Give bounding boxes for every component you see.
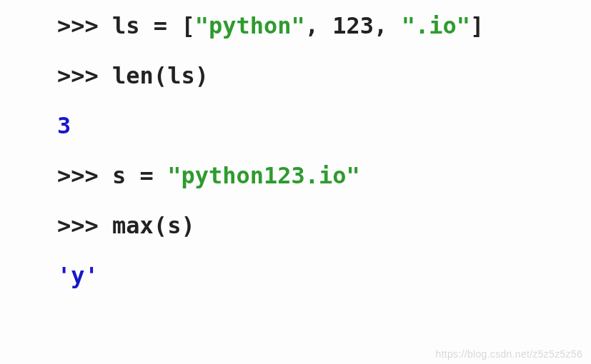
function-call: len(ls) <box>112 62 209 89</box>
equals-sign: = <box>140 12 182 39</box>
code-line-3: >>> s = "python123.io" <box>57 164 591 187</box>
repl-prompt: >>> <box>57 212 112 239</box>
output-line-1: 3 <box>57 114 591 137</box>
string-literal: "python" <box>195 12 305 39</box>
watermark-text: https://blog.csdn.net/z5z5z5z56 <box>436 348 582 360</box>
output-value: 'y' <box>57 262 99 289</box>
number-literal: 123 <box>332 12 374 39</box>
variable-name: s <box>112 162 126 189</box>
repl-prompt: >>> <box>57 12 112 39</box>
output-line-2: 'y' <box>57 264 591 287</box>
variable-name: ls <box>112 12 140 39</box>
bracket-close: ] <box>470 12 484 39</box>
output-value: 3 <box>57 112 71 139</box>
equals-sign: = <box>126 162 167 189</box>
string-literal: ".io" <box>402 12 470 39</box>
code-line-1: >>> ls = ["python", 123, ".io"] <box>57 14 591 37</box>
comma: , <box>374 12 402 39</box>
string-literal: "python123.io" <box>167 162 360 189</box>
python-repl: >>> ls = ["python", 123, ".io"] >>> len(… <box>0 0 591 287</box>
repl-prompt: >>> <box>57 62 112 89</box>
bracket-open: [ <box>181 12 194 39</box>
code-line-4: >>> max(s) <box>57 214 591 237</box>
repl-prompt: >>> <box>57 162 112 189</box>
function-call: max(s) <box>112 212 195 239</box>
comma: , <box>305 12 333 39</box>
code-line-2: >>> len(ls) <box>57 64 591 87</box>
